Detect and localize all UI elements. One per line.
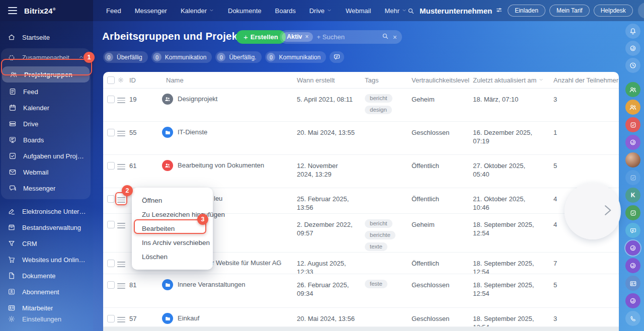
column-header-tags[interactable]: Tags (365, 76, 412, 84)
counter-überf-llig-[interactable]: 0Überfällig. (215, 51, 262, 63)
group-name[interactable]: Einkauf (178, 314, 199, 322)
chat-avatar-photo[interactable] (625, 152, 640, 168)
row-menu-icon[interactable] (117, 128, 125, 136)
bitrix24-logo[interactable]: Bitrix24® (24, 7, 56, 15)
top-nav-dokumente[interactable]: Dokumente (228, 7, 261, 15)
tag[interactable]: design (365, 106, 392, 114)
row-checkbox[interactable] (107, 315, 115, 322)
time-tracker[interactable]: 18:59 (638, 3, 644, 19)
column-header-zuletzt-aktualisiert-am[interactable]: Zuletzt aktualisiert am (473, 76, 553, 84)
row-checkbox[interactable] (107, 195, 115, 203)
sliders-icon[interactable] (496, 7, 503, 15)
sidebar-item-kalender[interactable]: Kalender (1, 100, 91, 116)
tag[interactable]: texte (365, 242, 387, 251)
top-nav-boards[interactable]: Boards (275, 7, 295, 15)
sidebar-item-bestandsverwaltung[interactable]: Bestandsverwaltung (0, 219, 93, 235)
chat-card-button[interactable] (625, 276, 640, 291)
sidebar-group-header[interactable]: Zusammenarbeit (1, 50, 91, 65)
search-icon[interactable] (381, 32, 389, 42)
remove-filter-icon[interactable]: × (305, 33, 309, 40)
chat-copilot-button[interactable] (625, 258, 640, 273)
filter-tag-aktiv[interactable]: Aktiv × (282, 32, 313, 42)
counter-chat-check[interactable] (330, 51, 344, 63)
row-checkbox[interactable] (107, 129, 115, 136)
table-row[interactable]: 81Innere Veranstaltungen26. Februar 2025… (103, 274, 619, 308)
chat-avatar-letter[interactable]: K (625, 188, 640, 203)
chat-users-button[interactable] (625, 100, 640, 115)
sidebar-item-drive[interactable]: Drive (1, 116, 91, 132)
group-name[interactable]: leu (214, 195, 222, 202)
counter-überf-llig[interactable]: 0Überfällig (103, 51, 148, 63)
group-name[interactable]: IT-Dienste (178, 128, 207, 136)
next-panel-button[interactable] (565, 183, 621, 239)
history-button[interactable] (625, 58, 640, 73)
tag[interactable]: bericht (365, 219, 392, 228)
top-nav-webmail[interactable]: Webmail (346, 7, 371, 15)
row-checkbox[interactable] (107, 281, 115, 289)
table-row[interactable]: 61Bearbeitung von Dokumenten12. November… (103, 155, 619, 188)
chat-copilot-button[interactable] (625, 293, 640, 308)
chat-chat-button[interactable] (625, 223, 640, 238)
einladen-button[interactable]: Einladen (508, 5, 545, 17)
search-icon[interactable] (407, 7, 415, 15)
company-name[interactable]: Musterunternehmen (420, 7, 503, 15)
grid-settings-gear-icon[interactable] (117, 76, 129, 84)
column-header-name[interactable]: Name (162, 76, 297, 84)
row-menu-icon[interactable] (117, 314, 125, 322)
group-name[interactable]: Bearbeitung von Dokumenten (178, 161, 264, 169)
clear-search-icon[interactable]: × (393, 33, 397, 41)
search-filter-input[interactable]: Aktiv × + Suchen × (280, 30, 402, 44)
sidebar-item-startseite[interactable]: Startseite (0, 29, 93, 45)
sidebar-item-crm[interactable]: CRM (0, 235, 93, 252)
tag[interactable]: berichte (365, 231, 395, 239)
select-all-checkbox[interactable] (107, 76, 115, 84)
chat-task-button[interactable] (625, 170, 640, 185)
chat-phone-button[interactable] (625, 311, 640, 326)
chat-users-button[interactable] (625, 82, 640, 97)
top-nav-mehr[interactable]: Mehr (384, 7, 407, 15)
table-row[interactable]: 19Designprojekt5. April 2021, 08:11beric… (103, 89, 619, 122)
row-checkbox[interactable] (107, 260, 115, 267)
counter-kommunikation[interactable]: 0Kommunikation (265, 51, 326, 63)
copilot-button[interactable] (625, 41, 640, 56)
row-menu-icon[interactable] (117, 161, 125, 170)
menu-item-ins-archiv-verschieben[interactable]: Ins Archiv verschieben (132, 235, 213, 250)
row-checkbox[interactable] (107, 162, 115, 170)
chat-copilot-button[interactable] (625, 240, 640, 256)
sidebar-item-abonnement[interactable]: Abonnement (0, 284, 93, 300)
sidebar-item-elektronische-untersc[interactable]: Elektronische Untersc... (0, 203, 93, 219)
top-nav-messenger[interactable]: Messenger (135, 7, 167, 15)
row-menu-icon[interactable] (117, 259, 125, 267)
column-header-anzahl-der-teilnehmer[interactable]: Anzahl der Teilnehmer (553, 76, 619, 84)
mein-tarif-button[interactable]: Mein Tarif (549, 5, 590, 17)
table-row[interactable]: 57Einkauf20. Mai 2024, 13:56Geschlossen1… (103, 308, 619, 327)
chat-task-button[interactable] (625, 117, 640, 132)
helpdesk-button[interactable]: Helpdesk (594, 5, 633, 17)
row-menu-icon[interactable] (117, 220, 125, 228)
tag[interactable]: feste (365, 280, 387, 288)
top-nav-drive[interactable]: Drive (309, 7, 332, 15)
menu-item-öffnen[interactable]: Öffnen (132, 193, 213, 207)
sidebar-item-webmail[interactable]: Webmail (1, 164, 91, 180)
sidebar-item-einstellungen[interactable]: Einstellungen (0, 311, 93, 327)
group-name[interactable]: Designprojekt (178, 95, 218, 103)
row-menu-icon[interactable] (117, 95, 125, 103)
row-checkbox[interactable] (107, 221, 115, 228)
chat-copilot-button[interactable] (625, 135, 640, 150)
sidebar-item-projektgruppen[interactable]: Projektgruppen (2, 66, 90, 82)
sidebar-item-websites-und-onlines[interactable]: Websites und Onlines... (0, 252, 93, 268)
chat-task-button[interactable] (625, 205, 640, 220)
top-nav-kalender[interactable]: Kalender (181, 7, 214, 15)
column-header-wann-erstellt[interactable]: Wann erstellt (297, 76, 365, 84)
top-nav-feed[interactable]: Feed (106, 7, 121, 15)
sidebar-item-messenger[interactable]: Messenger (1, 180, 91, 196)
menu-item-löschen[interactable]: Löschen (132, 250, 213, 264)
group-name[interactable]: r Website für Muster AG (212, 259, 281, 267)
column-header-vertraulichkeitslevel[interactable]: Vertraulichkeitslevel (412, 76, 473, 84)
sidebar-item-aufgaben-und-projek[interactable]: Aufgaben und Projek... (1, 148, 91, 164)
row-menu-icon[interactable] (117, 195, 125, 203)
row-checkbox[interactable] (107, 96, 115, 103)
group-name[interactable]: Innere Veranstaltungen (178, 281, 245, 288)
bell-button[interactable] (625, 24, 640, 39)
sidebar-item-boards[interactable]: Boards (1, 132, 91, 148)
